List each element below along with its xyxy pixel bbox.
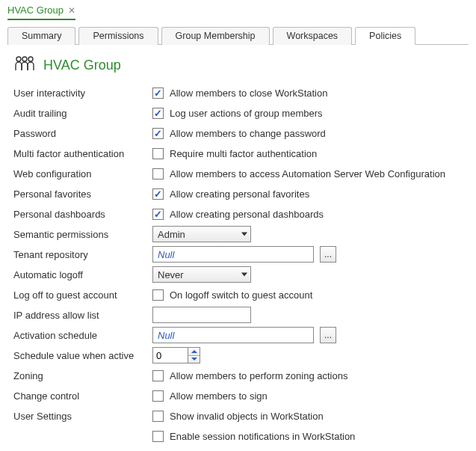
label-semantic-permissions: Semantic permissions xyxy=(13,229,152,240)
label-web-config: Web configuration xyxy=(13,168,152,180)
select-semantic-permissions[interactable]: Admin xyxy=(152,226,251,242)
text-logoff-guest: On logoff switch to guest account xyxy=(170,289,312,301)
text-zoning: Allow members to perform zoning actions xyxy=(170,370,347,381)
select-automatic-logoff[interactable]: Never xyxy=(152,266,251,283)
checkbox-logoff-guest[interactable] xyxy=(152,289,164,301)
tab-summary[interactable]: Summary xyxy=(7,27,75,45)
label-ip-allow-list: IP address allow list xyxy=(13,310,152,321)
tab-strip: Summary Permissions Group Membership Wor… xyxy=(7,26,469,45)
spinner-up-button[interactable] xyxy=(188,348,200,356)
chevron-down-icon xyxy=(241,273,247,277)
checkbox-mfa[interactable] xyxy=(152,148,164,159)
svg-point-0 xyxy=(16,57,21,61)
checkbox-personal-dashboards[interactable] xyxy=(152,209,164,220)
document-tab-title: HVAC Group xyxy=(7,4,64,16)
browse-tenant-repository-button[interactable]: ... xyxy=(320,246,336,263)
input-tenant-repository[interactable] xyxy=(152,246,314,263)
svg-point-2 xyxy=(28,57,33,61)
chevron-down-icon xyxy=(191,358,197,361)
page-header: HVAC Group xyxy=(0,45,476,79)
input-schedule-value[interactable] xyxy=(152,347,188,363)
label-personal-favorites: Personal favorites xyxy=(13,188,152,200)
browse-activation-schedule-button[interactable]: ... xyxy=(320,327,336,343)
select-semantic-permissions-value: Admin xyxy=(158,229,185,240)
text-audit-trailing: Log user actions of group members xyxy=(170,108,323,119)
label-automatic-logoff: Automatic logoff xyxy=(13,269,152,280)
group-icon xyxy=(13,55,36,75)
page-title: HVAC Group xyxy=(43,58,121,73)
policies-form: User interactivity Allow members to clos… xyxy=(0,79,476,451)
label-user-settings: User Settings xyxy=(13,411,152,422)
spinner-down-button[interactable] xyxy=(188,356,200,363)
tab-permissions[interactable]: Permissions xyxy=(78,27,158,45)
label-audit-trailing: Audit trailing xyxy=(13,108,152,119)
close-icon[interactable]: ✕ xyxy=(68,5,75,16)
label-tenant-repository: Tenant repository xyxy=(13,249,152,260)
spinner-schedule-value[interactable] xyxy=(152,347,200,363)
text-us-invalid-objects: Show invalid objects in WorkStation xyxy=(170,411,324,422)
text-personal-dashboards: Allow creating personal dashboards xyxy=(170,209,324,220)
checkbox-user-interactivity[interactable] xyxy=(152,88,164,99)
label-user-interactivity: User interactivity xyxy=(13,88,152,99)
checkbox-password[interactable] xyxy=(152,128,164,139)
text-change-control: Allow members to sign xyxy=(170,390,268,402)
text-personal-favorites: Allow creating personal favorites xyxy=(170,188,309,200)
checkbox-us-session-notifications[interactable] xyxy=(152,431,164,442)
label-zoning: Zoning xyxy=(13,370,152,381)
input-activation-schedule[interactable] xyxy=(152,327,314,343)
label-personal-dashboards: Personal dashboards xyxy=(13,209,152,220)
label-schedule-value-active: Schedule value when active xyxy=(13,350,152,361)
checkbox-web-config[interactable] xyxy=(152,168,164,180)
checkbox-us-invalid-objects[interactable] xyxy=(152,411,164,422)
label-mfa: Multi factor authentication xyxy=(13,148,152,159)
checkbox-audit-trailing[interactable] xyxy=(152,108,164,119)
svg-point-1 xyxy=(22,57,27,61)
label-change-control: Change control xyxy=(13,390,152,402)
text-web-config: Allow members to access Automation Serve… xyxy=(170,168,445,180)
input-ip-allow-list[interactable] xyxy=(152,307,251,323)
tab-group-membership[interactable]: Group Membership xyxy=(161,27,270,45)
chevron-up-icon xyxy=(191,350,197,353)
label-password: Password xyxy=(13,128,152,139)
text-mfa: Require multi factor authentication xyxy=(170,148,317,159)
text-password: Allow members to change password xyxy=(170,128,326,139)
chevron-down-icon xyxy=(241,233,247,236)
tab-policies[interactable]: Policies xyxy=(355,27,415,45)
document-tab-bar: HVAC Group ✕ xyxy=(0,0,476,20)
tab-workspaces[interactable]: Workspaces xyxy=(273,27,353,45)
label-activation-schedule: Activation schedule xyxy=(13,330,152,341)
text-user-interactivity: Allow members to close WorkStation xyxy=(170,88,327,99)
text-us-session-notifications: Enable session notifications in WorkStat… xyxy=(170,431,355,442)
checkbox-change-control[interactable] xyxy=(152,390,164,402)
checkbox-personal-favorites[interactable] xyxy=(152,188,164,200)
label-logoff-guest: Log off to guest account xyxy=(13,289,152,301)
select-automatic-logoff-value: Never xyxy=(158,269,184,280)
checkbox-zoning[interactable] xyxy=(152,370,164,381)
document-tab[interactable]: HVAC Group ✕ xyxy=(7,4,75,20)
